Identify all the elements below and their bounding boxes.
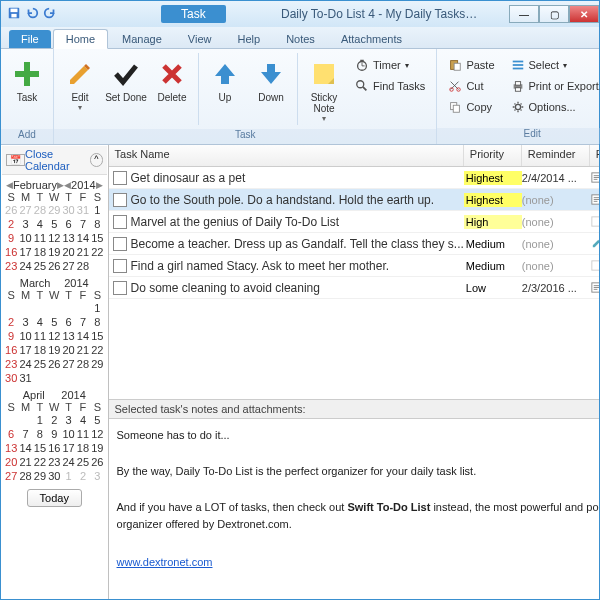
sticky-note-button[interactable]: Sticky Note▾ <box>302 53 346 125</box>
task-checkbox[interactable] <box>113 259 127 273</box>
save-icon[interactable] <box>7 6 21 22</box>
task-flags[interactable] <box>590 237 599 250</box>
down-button[interactable]: Down <box>249 53 293 125</box>
calendar-day[interactable]: 6 <box>4 427 18 441</box>
calendar-day[interactable]: 8 <box>90 217 104 231</box>
calendar-day[interactable]: 4 <box>33 315 47 329</box>
calendar-day[interactable]: 2 <box>4 217 18 231</box>
calendar-day[interactable]: 20 <box>61 343 75 357</box>
calendar-day[interactable]: 21 <box>18 455 32 469</box>
paste-button[interactable]: Paste <box>443 55 499 75</box>
calendar-day[interactable]: 4 <box>33 217 47 231</box>
calendar-day[interactable]: 12 <box>90 427 104 441</box>
task-flags[interactable] <box>590 215 599 228</box>
calendar-day[interactable]: 22 <box>33 455 47 469</box>
calendar-day[interactable]: 22 <box>90 343 104 357</box>
task-row[interactable]: Do some cleaning to avoid cleaningLow2/3… <box>109 277 599 299</box>
calendar-day[interactable]: 18 <box>76 441 90 455</box>
calendar-day[interactable]: 24 <box>18 259 32 273</box>
calendar-day[interactable]: 28 <box>76 357 90 371</box>
calendar-day[interactable]: 1 <box>33 413 47 427</box>
up-button[interactable]: Up <box>203 53 247 125</box>
menu-home[interactable]: Home <box>53 29 108 49</box>
calendar-day[interactable]: 26 <box>47 357 61 371</box>
task-flags[interactable] <box>590 171 599 184</box>
calendar-day[interactable]: 27 <box>4 469 18 483</box>
close-button[interactable]: ✕ <box>569 5 599 23</box>
edit-button[interactable]: Edit▾ <box>58 53 102 125</box>
menu-help[interactable]: Help <box>226 30 273 48</box>
dextronet-link[interactable]: www.dextronet.com <box>117 556 213 568</box>
timer-button[interactable]: Timer▾ <box>350 55 430 75</box>
calendar-day[interactable]: 7 <box>76 315 90 329</box>
calendar-day[interactable]: 21 <box>76 245 90 259</box>
copy-button[interactable]: Copy <box>443 97 499 117</box>
menu-attachments[interactable]: Attachments <box>329 30 414 48</box>
calendar-day[interactable]: 15 <box>33 441 47 455</box>
calendar-day[interactable]: 2 <box>76 469 90 483</box>
task-checkbox[interactable] <box>113 193 127 207</box>
calendar-day[interactable]: 11 <box>33 329 47 343</box>
print-export-button[interactable]: Print or Export...▾ <box>506 76 600 96</box>
task-flags[interactable] <box>590 259 599 272</box>
column-flags[interactable]: Flags <box>590 145 599 166</box>
redo-icon[interactable] <box>43 6 57 22</box>
calendar-day[interactable]: 23 <box>47 455 61 469</box>
calendar-day[interactable]: 5 <box>47 217 61 231</box>
calendar-day[interactable]: 19 <box>47 343 61 357</box>
calendar-day[interactable]: 13 <box>4 441 18 455</box>
calendar-day[interactable]: 9 <box>4 231 18 245</box>
cut-button[interactable]: Cut <box>443 76 499 96</box>
task-row[interactable]: Find a girl named Stacy. Ask to meet her… <box>109 255 599 277</box>
calendar-day[interactable]: 10 <box>61 427 75 441</box>
calendar-day[interactable]: 8 <box>33 427 47 441</box>
calendar-day[interactable]: 29 <box>90 357 104 371</box>
calendar-day[interactable]: 26 <box>90 455 104 469</box>
task-checkbox[interactable] <box>113 171 127 185</box>
calendar-day[interactable]: 15 <box>90 329 104 343</box>
calendar-day[interactable]: 1 <box>90 203 104 217</box>
calendar-toggle-icon[interactable]: 📅 <box>6 154 25 166</box>
calendar-day[interactable]: 17 <box>18 245 32 259</box>
notes-area[interactable]: Someone has to do it... By the way, Dail… <box>109 419 599 599</box>
find-tasks-button[interactable]: Find Tasks <box>350 76 430 96</box>
prev-month-icon[interactable]: ◀ <box>6 180 13 190</box>
calendar-day[interactable]: 2 <box>47 413 61 427</box>
today-button[interactable]: Today <box>27 489 82 507</box>
calendar-day[interactable]: 26 <box>47 259 61 273</box>
options-button[interactable]: Options... <box>506 97 600 117</box>
calendar-day[interactable]: 22 <box>90 245 104 259</box>
calendar-day[interactable]: 19 <box>47 245 61 259</box>
calendar-day[interactable]: 21 <box>76 343 90 357</box>
task-button[interactable]: Task <box>5 53 49 125</box>
calendar-day[interactable]: 23 <box>4 357 18 371</box>
calendar-day[interactable]: 23 <box>4 259 18 273</box>
calendar-day[interactable]: 14 <box>76 231 90 245</box>
calendar-day[interactable]: 27 <box>61 357 75 371</box>
calendar-day[interactable]: 10 <box>18 231 32 245</box>
calendar-day[interactable]: 7 <box>76 217 90 231</box>
task-flags[interactable] <box>590 281 599 294</box>
calendar-day[interactable]: 7 <box>18 427 32 441</box>
menu-file[interactable]: File <box>9 30 51 48</box>
calendar-day[interactable]: 31 <box>76 203 90 217</box>
calendar-day[interactable]: 25 <box>33 357 47 371</box>
calendar-day[interactable]: 30 <box>47 469 61 483</box>
calendar-day[interactable]: 15 <box>90 231 104 245</box>
calendar-day[interactable]: 11 <box>76 427 90 441</box>
delete-button[interactable]: Delete <box>150 53 194 125</box>
calendar-day[interactable]: 24 <box>61 455 75 469</box>
menu-view[interactable]: View <box>176 30 224 48</box>
calendar-day[interactable]: 16 <box>4 343 18 357</box>
collapse-icon[interactable]: ^ <box>90 153 102 167</box>
column-task-name[interactable]: Task Name <box>109 145 464 166</box>
calendar-day[interactable]: 2 <box>4 315 18 329</box>
calendar-day[interactable]: 27 <box>18 203 32 217</box>
calendar-day[interactable]: 10 <box>18 329 32 343</box>
calendar-day[interactable]: 31 <box>18 371 32 385</box>
calendar-day[interactable]: 26 <box>4 203 18 217</box>
calendar-day[interactable]: 20 <box>4 455 18 469</box>
calendar-day[interactable]: 12 <box>47 329 61 343</box>
task-checkbox[interactable] <box>113 237 127 251</box>
calendar-day[interactable]: 30 <box>61 203 75 217</box>
